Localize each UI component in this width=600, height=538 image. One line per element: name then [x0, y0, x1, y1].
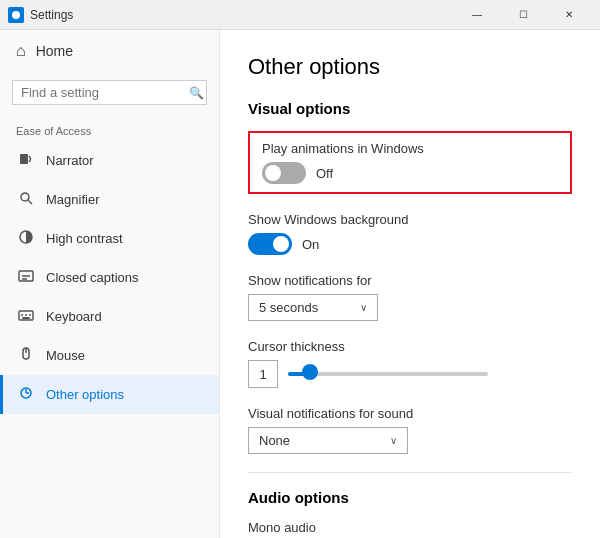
- cursor-thickness-slider[interactable]: [288, 372, 488, 376]
- show-notifications-block: Show notifications for 5 seconds ∨: [248, 273, 572, 321]
- titlebar-title: Settings: [30, 8, 454, 22]
- high-contrast-icon: [16, 229, 36, 248]
- magnifier-icon: [16, 190, 36, 209]
- cursor-thickness-box: 1: [248, 360, 278, 388]
- show-background-block: Show Windows background On: [248, 212, 572, 255]
- high-contrast-label: High contrast: [46, 231, 123, 246]
- sidebar-item-home[interactable]: ⌂ Home: [0, 30, 219, 72]
- toggle-knob: [265, 165, 281, 181]
- keyboard-label: Keyboard: [46, 309, 102, 324]
- chevron-down-icon: ∨: [360, 302, 367, 313]
- sidebar-item-magnifier[interactable]: Magnifier: [0, 180, 219, 219]
- cursor-thickness-value: 1: [259, 367, 266, 382]
- sidebar-item-keyboard[interactable]: Keyboard: [0, 297, 219, 336]
- visual-section-title: Visual options: [248, 100, 572, 117]
- show-background-label: Show Windows background: [248, 212, 572, 227]
- other-options-label: Other options: [46, 387, 124, 402]
- keyboard-icon: [16, 307, 36, 326]
- visual-notifications-label: Visual notifications for sound: [248, 406, 572, 421]
- search-input[interactable]: [21, 85, 189, 100]
- svg-point-0: [12, 11, 20, 19]
- sidebar-item-closed-captions[interactable]: Closed captions: [0, 258, 219, 297]
- play-animations-label: Play animations in Windows: [262, 141, 558, 156]
- notifications-value: 5 seconds: [259, 300, 318, 315]
- slider-thumb[interactable]: [302, 364, 318, 380]
- play-animations-value: Off: [316, 166, 333, 181]
- search-box[interactable]: 🔍: [12, 80, 207, 105]
- divider: [248, 472, 572, 473]
- play-animations-block: Play animations in Windows Off: [248, 131, 572, 194]
- mono-audio-block: Mono audio Off: [248, 520, 572, 538]
- sidebar: ⌂ Home 🔍 Ease of Access Narrator: [0, 30, 220, 538]
- visual-notifications-value: None: [259, 433, 290, 448]
- notifications-dropdown[interactable]: 5 seconds ∨: [248, 294, 378, 321]
- home-label: Home: [36, 43, 73, 59]
- other-options-icon: [16, 385, 36, 404]
- audio-section: Audio options Mono audio Off: [248, 489, 572, 538]
- minimize-button[interactable]: —: [454, 0, 500, 30]
- titlebar: Settings — ☐ ✕: [0, 0, 600, 30]
- visual-notifications-block: Visual notifications for sound None ∨: [248, 406, 572, 454]
- home-icon: ⌂: [16, 42, 26, 60]
- show-background-toggle[interactable]: [248, 233, 292, 255]
- narrator-icon: [16, 151, 36, 170]
- content-area: Other options Visual options Play animat…: [220, 30, 600, 538]
- svg-rect-1: [20, 154, 28, 164]
- titlebar-buttons: — ☐ ✕: [454, 0, 592, 30]
- mono-audio-label: Mono audio: [248, 520, 572, 535]
- sidebar-item-narrator[interactable]: Narrator: [0, 141, 219, 180]
- search-icon: 🔍: [189, 86, 204, 100]
- cursor-thickness-row: 1: [248, 360, 572, 388]
- narrator-label: Narrator: [46, 153, 94, 168]
- magnifier-label: Magnifier: [46, 192, 99, 207]
- mouse-icon: [16, 346, 36, 365]
- svg-point-2: [21, 193, 29, 201]
- sidebar-section-label: Ease of Access: [0, 117, 219, 141]
- closed-captions-label: Closed captions: [46, 270, 139, 285]
- app-body: ⌂ Home 🔍 Ease of Access Narrator: [0, 30, 600, 538]
- sidebar-item-mouse[interactable]: Mouse: [0, 336, 219, 375]
- cursor-thickness-block: Cursor thickness 1: [248, 339, 572, 388]
- visual-notifications-dropdown[interactable]: None ∨: [248, 427, 408, 454]
- maximize-button[interactable]: ☐: [500, 0, 546, 30]
- play-animations-toggle[interactable]: [262, 162, 306, 184]
- chevron-down-icon-2: ∨: [390, 435, 397, 446]
- close-button[interactable]: ✕: [546, 0, 592, 30]
- app-icon: [8, 7, 24, 23]
- show-background-value: On: [302, 237, 319, 252]
- mouse-label: Mouse: [46, 348, 85, 363]
- show-notifications-label: Show notifications for: [248, 273, 572, 288]
- sidebar-item-high-contrast[interactable]: High contrast: [0, 219, 219, 258]
- page-title: Other options: [248, 54, 572, 80]
- play-animations-toggle-row: Off: [262, 162, 558, 184]
- cursor-thickness-label: Cursor thickness: [248, 339, 572, 354]
- sidebar-item-other-options[interactable]: Other options: [0, 375, 219, 414]
- closed-captions-icon: [16, 268, 36, 287]
- show-background-toggle-row: On: [248, 233, 572, 255]
- audio-section-title: Audio options: [248, 489, 572, 506]
- toggle-knob-bg: [273, 236, 289, 252]
- svg-line-3: [28, 200, 32, 204]
